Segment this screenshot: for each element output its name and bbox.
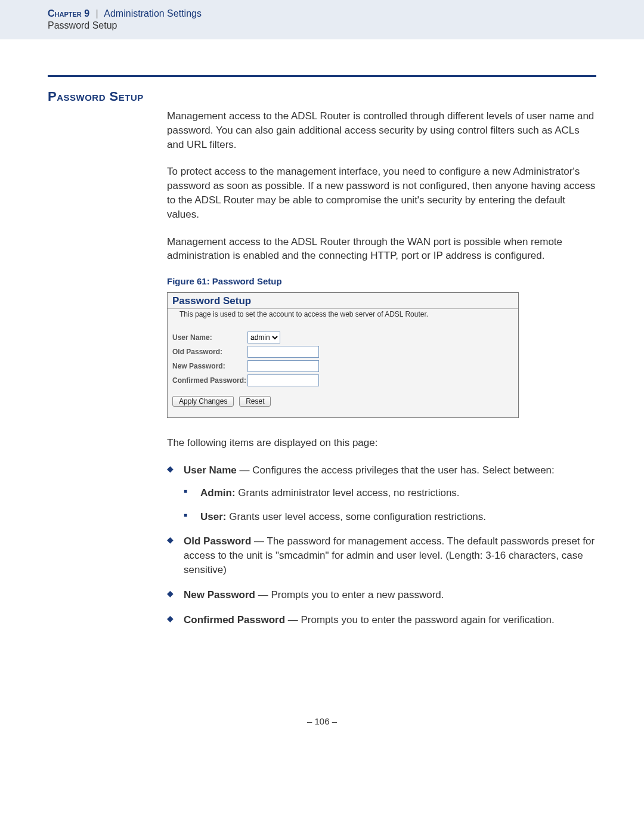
figure-caption: Figure 61: Password Setup	[167, 276, 596, 286]
page-title: Password Setup	[48, 89, 596, 104]
confirmed-password-input[interactable]	[247, 374, 319, 386]
item-username-text: Configures the access privileges that th…	[252, 465, 555, 476]
body-text: Management access to the ADSL Router is …	[167, 109, 596, 627]
items-intro: The following items are displayed on thi…	[167, 436, 596, 450]
item-newpw-dash: —	[255, 589, 271, 600]
apply-changes-button[interactable]: Apply Changes	[172, 396, 234, 407]
confirmed-password-label: Confirmed Password:	[172, 376, 247, 385]
username-sublist: Admin: Grants administrator level access…	[184, 486, 596, 524]
password-setup-panel: Password Setup This page is used to set …	[167, 292, 519, 418]
new-password-row: New Password:	[168, 359, 518, 373]
confirmed-password-row: Confirmed Password:	[168, 373, 518, 388]
header-separator: |	[92, 8, 102, 18]
horizontal-rule	[48, 75, 596, 77]
subitem-user-bold: User:	[200, 511, 226, 522]
new-password-label: New Password:	[172, 362, 247, 370]
item-username-bold: User Name	[184, 465, 237, 476]
paragraph-2: To protect access to the management inte…	[167, 165, 596, 221]
subitem-admin: Admin: Grants administrator level access…	[184, 486, 596, 500]
panel-description: This page is used to set the account to …	[168, 309, 518, 330]
item-username: User Name — Configures the access privil…	[167, 463, 596, 524]
subsection-name: Password Setup	[48, 19, 644, 31]
page-content: Password Setup Management access to the …	[48, 75, 596, 627]
new-password-input[interactable]	[247, 360, 319, 372]
item-confpw-bold: Confirmed Password	[184, 614, 285, 625]
paragraph-1: Management access to the ADSL Router is …	[167, 109, 596, 151]
item-confpw-text: Prompts you to enter the password again …	[301, 614, 555, 625]
item-confpw-dash: —	[285, 614, 301, 625]
item-new-password: New Password — Prompts you to enter a ne…	[167, 588, 596, 602]
reset-button[interactable]: Reset	[239, 396, 271, 407]
username-row: User Name: admin	[168, 330, 518, 345]
section-name: Administration Settings	[104, 8, 202, 18]
item-confirmed-password: Confirmed Password — Prompts you to ente…	[167, 613, 596, 627]
item-newpw-text: Prompts you to enter a new password.	[271, 589, 444, 600]
subitem-user-text: Grants user level access, some configura…	[226, 511, 486, 522]
subitem-admin-bold: Admin:	[200, 487, 236, 498]
item-newpw-bold: New Password	[184, 589, 255, 600]
subitem-admin-text: Grants administrator level access, no re…	[236, 487, 460, 498]
item-old-password: Old Password — The password for manageme…	[167, 534, 596, 577]
page-number: – 106 –	[0, 716, 644, 744]
username-select[interactable]: admin	[247, 332, 280, 343]
chapter-label: Chapter 9	[48, 8, 89, 18]
old-password-label: Old Password:	[172, 348, 247, 356]
item-oldpw-bold: Old Password	[184, 535, 251, 547]
old-password-row: Old Password:	[168, 345, 518, 359]
panel-title: Password Setup	[168, 293, 518, 309]
subitem-user: User: Grants user level access, some con…	[184, 510, 596, 524]
page-header: Chapter 9 | Administration Settings Pass…	[0, 0, 644, 39]
button-row: Apply Changes Reset	[168, 388, 518, 407]
item-oldpw-dash: —	[251, 535, 267, 547]
paragraph-3: Management access to the ADSL Router thr…	[167, 235, 596, 264]
username-label: User Name:	[172, 333, 247, 342]
item-username-dash: —	[237, 465, 252, 476]
old-password-input[interactable]	[247, 346, 319, 358]
items-list: User Name — Configures the access privil…	[167, 463, 596, 627]
